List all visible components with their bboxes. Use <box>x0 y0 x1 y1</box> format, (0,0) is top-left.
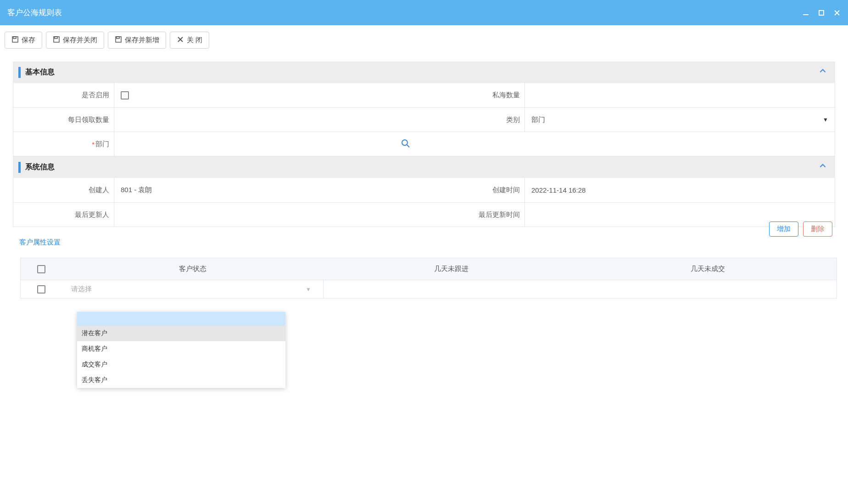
required-asterisk: * <box>92 140 95 148</box>
save-button[interactable]: 保存 <box>5 32 42 49</box>
label-last-update-time: 最后更新时间 <box>424 203 525 227</box>
section-accent-bar <box>18 162 21 173</box>
label-creator: 创建人 <box>13 178 114 202</box>
svg-point-12 <box>402 140 407 145</box>
label-category: 类别 <box>424 108 525 132</box>
tab-customer-attributes[interactable]: 客户属性设置 <box>13 235 67 249</box>
window-title: 客户公海规则表 <box>7 7 62 18</box>
label-created-time: 创建时间 <box>424 178 525 202</box>
last-update-time-value <box>525 203 835 227</box>
section-title-system: 系统信息 <box>25 162 55 172</box>
save-icon <box>115 36 122 44</box>
label-daily-claim: 每日领取数量 <box>13 108 114 132</box>
enabled-checkbox[interactable] <box>121 91 129 100</box>
minimize-button[interactable] <box>802 9 809 17</box>
search-icon[interactable] <box>401 139 410 150</box>
close-window-button[interactable] <box>833 9 841 17</box>
last-updater-value <box>114 203 424 227</box>
daily-claim-input[interactable] <box>114 108 424 132</box>
category-select[interactable]: 部门 ▼ <box>525 108 835 132</box>
content-area: 基本信息 是否启用 私海数量 每日领取数量 类别 <box>0 55 848 299</box>
save-label: 保存 <box>22 36 35 44</box>
row-checkbox[interactable] <box>37 285 45 294</box>
section-header-system[interactable]: 系统信息 <box>13 156 835 178</box>
svg-rect-1 <box>819 11 824 15</box>
department-lookup[interactable] <box>114 132 424 156</box>
svg-line-13 <box>407 145 409 147</box>
table-row: 请选择 ▼ <box>21 280 837 299</box>
save-new-label: 保存并新增 <box>125 36 159 44</box>
days-no-deal-cell[interactable] <box>580 280 837 299</box>
chevron-up-icon[interactable] <box>819 67 827 78</box>
system-form: 创建人 801 - 袁朗 创建时间 2022-11-14 16:28 最后更新人… <box>13 178 835 227</box>
close-icon <box>177 36 184 44</box>
section-header-basic[interactable]: 基本信息 <box>13 61 835 83</box>
attributes-table: 客户状态 几天未跟进 几天未成交 请选择 ▼ <box>20 258 837 299</box>
subtable-area: 客户属性设置 增加 删除 客户状态 几天未跟进 几天未成交 <box>13 235 835 299</box>
toolbar: 保存 保存并关闭 保存并新增 关 闭 <box>0 25 848 55</box>
save-new-button[interactable]: 保存并新增 <box>108 32 166 49</box>
private-qty-input[interactable] <box>525 83 835 107</box>
save-close-label: 保存并关闭 <box>63 36 97 44</box>
close-button[interactable]: 关 闭 <box>170 32 209 49</box>
label-enabled: 是否启用 <box>13 83 114 107</box>
svg-rect-5 <box>13 37 16 39</box>
header-days-no-deal: 几天未成交 <box>580 258 837 280</box>
section-title-basic: 基本信息 <box>25 67 55 77</box>
label-department: * 部门 <box>13 132 114 156</box>
header-status: 客户状态 <box>62 258 324 280</box>
creator-value: 801 - 袁朗 <box>114 178 424 202</box>
caret-down-icon: ▼ <box>306 286 311 293</box>
label-private-qty: 私海数量 <box>424 83 525 107</box>
title-bar: 客户公海规则表 <box>0 0 848 25</box>
created-time-value: 2022-11-14 16:28 <box>525 178 835 202</box>
label-department-text: 部门 <box>95 140 109 149</box>
status-select[interactable]: 请选择 ▼ <box>67 285 319 294</box>
status-placeholder: 请选择 <box>71 285 92 294</box>
save-close-button[interactable]: 保存并关闭 <box>46 32 104 49</box>
svg-rect-7 <box>55 37 57 39</box>
chevron-up-icon[interactable] <box>819 162 827 172</box>
save-icon <box>11 36 19 44</box>
section-accent-bar <box>18 67 21 78</box>
maximize-button[interactable] <box>818 9 825 17</box>
caret-down-icon: ▼ <box>823 116 828 123</box>
save-icon <box>53 36 60 44</box>
header-checkbox-cell <box>21 258 62 280</box>
svg-rect-9 <box>117 37 119 39</box>
close-label: 关 闭 <box>187 36 202 44</box>
select-all-checkbox[interactable] <box>37 265 45 273</box>
category-value: 部门 <box>531 116 545 124</box>
basic-form: 是否启用 私海数量 每日领取数量 类别 部门 ▼ <box>13 83 835 156</box>
days-no-follow-cell[interactable] <box>324 280 580 299</box>
window-controls <box>802 9 841 17</box>
label-last-updater: 最后更新人 <box>13 203 114 227</box>
header-days-no-follow: 几天未跟进 <box>324 258 580 280</box>
